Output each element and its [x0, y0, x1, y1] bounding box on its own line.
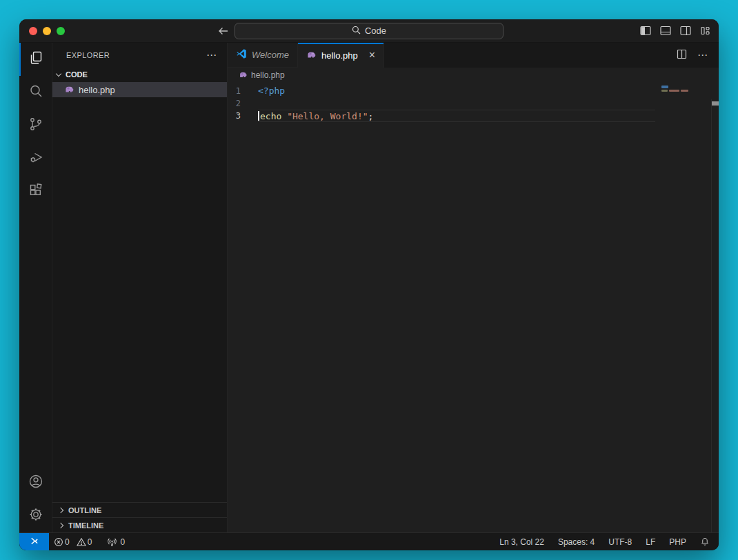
customize-layout-icon[interactable] — [700, 26, 710, 36]
file-item-label: hello.php — [79, 85, 115, 95]
errors-group: 0 — [54, 537, 70, 547]
breadcrumb-item: hello.php — [251, 70, 285, 80]
explorer-more-actions-icon[interactable]: ⋯ — [206, 49, 217, 61]
code-line-2: 2 — [228, 97, 719, 110]
editor-group: Welcome hello.php × ⋯ — [228, 43, 719, 532]
minimap[interactable] — [659, 84, 709, 126]
warning-count: 0 — [88, 537, 92, 547]
outline-section[interactable]: OUTLINE — [52, 502, 227, 517]
overview-ruler — [711, 99, 712, 532]
error-count: 0 — [65, 537, 70, 547]
keyword-token: echo — [260, 111, 281, 121]
editor-actions: ⋯ — [677, 43, 719, 68]
extensions-icon — [28, 182, 44, 201]
source-control-icon — [28, 116, 44, 135]
split-editor-icon[interactable] — [677, 49, 687, 62]
chevron-right-icon — [58, 507, 63, 512]
activitybar-source-control[interactable] — [19, 109, 52, 142]
tab-label: hello.php — [321, 50, 358, 61]
warning-icon — [77, 537, 86, 547]
editor-more-actions-icon[interactable]: ⋯ — [697, 49, 708, 61]
minimap-mark — [669, 90, 679, 92]
breadcrumb[interactable]: hello.php — [228, 68, 719, 83]
activitybar-run-debug[interactable] — [19, 142, 52, 175]
line-number: 3 — [228, 111, 258, 121]
folder-section-code[interactable]: CODE — [52, 67, 227, 82]
minimize-window-button[interactable] — [43, 27, 51, 35]
minimap-mark — [661, 86, 668, 88]
ports-indicator[interactable]: 0 — [102, 533, 130, 550]
vscode-logo-icon — [236, 48, 247, 61]
status-bar: 0 0 0 Ln 3, Col 22 Spaces: 4 UTF-8 LF PH… — [19, 532, 719, 550]
code-line-1: 1 <?php — [228, 85, 719, 97]
space-token — [281, 111, 287, 121]
sidebar-title: EXPLORER — [66, 51, 110, 59]
toggle-panel-icon[interactable] — [660, 26, 671, 36]
semicolon-token: ; — [368, 111, 374, 121]
file-item-hello-php[interactable]: hello.php — [52, 82, 227, 97]
outline-label: OUTLINE — [68, 506, 101, 514]
php-open-tag: <?php — [258, 86, 285, 96]
explorer-sidebar: EXPLORER ⋯ CODE hello.php OUTLINE — [52, 43, 228, 532]
title-bar: Code — [19, 19, 719, 43]
php-file-icon — [239, 70, 248, 81]
radio-tower-icon — [107, 537, 117, 547]
tab-bar: Welcome hello.php × ⋯ — [228, 43, 719, 68]
chevron-right-icon — [58, 522, 63, 528]
toggle-secondary-sidebar-icon[interactable] — [680, 26, 691, 36]
activitybar-explorer[interactable] — [19, 43, 52, 76]
text-cursor — [258, 111, 259, 121]
search-label: Code — [365, 26, 386, 36]
chevron-down-icon — [56, 70, 61, 76]
php-file-icon — [306, 49, 317, 61]
overview-ruler-cursor-mark — [712, 101, 719, 106]
code-editor[interactable]: 1 <?php 2 3 echo "Hello, World!"; — [228, 83, 719, 532]
account-icon — [28, 473, 44, 492]
line-number: 2 — [228, 99, 258, 108]
remote-indicator[interactable] — [19, 533, 49, 550]
run-debug-icon — [28, 149, 44, 168]
activitybar-accounts[interactable] — [19, 466, 52, 499]
bell-icon — [700, 537, 710, 547]
tab-welcome[interactable]: Welcome — [228, 43, 298, 68]
tab-hello-php[interactable]: hello.php × — [298, 43, 384, 68]
cursor-position[interactable]: Ln 3, Col 22 — [492, 537, 551, 547]
remote-icon — [29, 536, 39, 548]
back-icon[interactable] — [218, 26, 229, 36]
language-mode[interactable]: PHP — [662, 537, 693, 547]
code-text — [258, 97, 655, 110]
code-line-3: 3 echo "Hello, World!"; — [228, 110, 719, 122]
activitybar-search[interactable] — [19, 76, 52, 109]
timeline-label: TIMELINE — [68, 521, 103, 530]
zoom-window-button[interactable] — [57, 27, 65, 35]
timeline-section[interactable]: TIMELINE — [52, 517, 227, 532]
php-file-icon — [64, 83, 74, 96]
status-bar-right: Ln 3, Col 22 Spaces: 4 UTF-8 LF PHP — [492, 537, 719, 547]
command-center-search[interactable]: Code — [235, 23, 503, 39]
encoding[interactable]: UTF-8 — [601, 537, 639, 547]
activitybar-extensions[interactable] — [19, 175, 52, 208]
search-icon — [352, 26, 361, 37]
line-number: 1 — [228, 86, 258, 96]
close-tab-icon[interactable]: × — [369, 50, 375, 61]
notifications-bell[interactable] — [693, 537, 719, 547]
problems-indicator[interactable]: 0 0 — [49, 533, 97, 550]
activitybar-settings[interactable] — [19, 499, 52, 532]
search-icon — [28, 83, 44, 102]
string-token: "Hello, World!" — [287, 111, 368, 121]
indentation[interactable]: Spaces: 4 — [551, 537, 601, 547]
window-controls — [29, 27, 65, 35]
sidebar-header: EXPLORER ⋯ — [52, 43, 227, 67]
gear-icon — [28, 506, 44, 526]
error-icon — [54, 537, 63, 547]
folder-section-label: CODE — [66, 70, 88, 79]
eol-sequence[interactable]: LF — [639, 537, 662, 547]
close-window-button[interactable] — [29, 27, 37, 35]
code-text: echo "Hello, World!"; — [258, 110, 655, 122]
sidebar-spacer — [52, 97, 227, 502]
minimap-mark — [681, 90, 688, 92]
activity-bar-spacer — [19, 208, 52, 466]
toggle-primary-sidebar-icon[interactable] — [640, 26, 651, 36]
ports-count: 0 — [120, 537, 125, 547]
files-icon — [28, 50, 44, 69]
